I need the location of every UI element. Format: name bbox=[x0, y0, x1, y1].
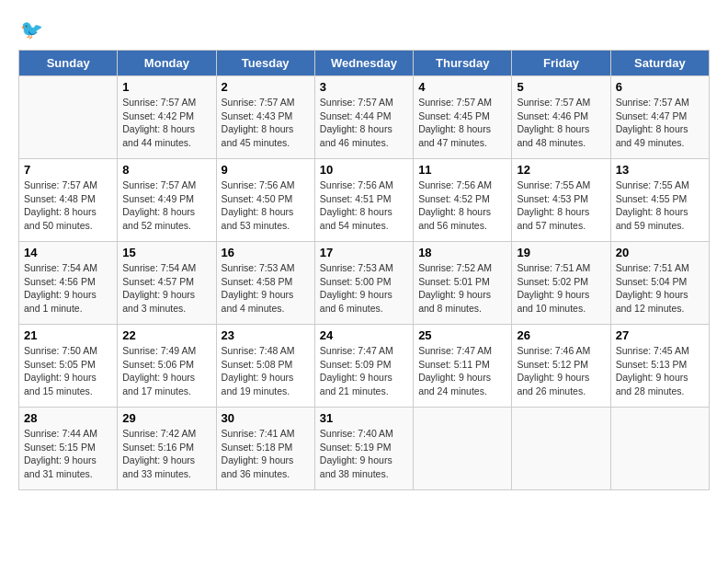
day-number: 2 bbox=[222, 80, 310, 94]
day-number: 1 bbox=[122, 80, 210, 94]
day-info: Sunrise: 7:52 AMSunset: 5:01 PMDaylight:… bbox=[418, 261, 506, 316]
day-number: 5 bbox=[517, 80, 605, 94]
day-number: 22 bbox=[122, 328, 210, 342]
calendar-table: SundayMondayTuesdayWednesdayThursdayFrid… bbox=[18, 50, 710, 490]
day-number: 31 bbox=[320, 411, 408, 425]
day-number: 12 bbox=[517, 163, 605, 177]
day-info: Sunrise: 7:57 AMSunset: 4:42 PMDaylight:… bbox=[122, 96, 210, 150]
calendar-cell: 22Sunrise: 7:49 AMSunset: 5:06 PMDayligh… bbox=[118, 325, 216, 408]
calendar-cell: 11Sunrise: 7:56 AMSunset: 4:52 PMDayligh… bbox=[414, 159, 512, 242]
day-number: 13 bbox=[616, 163, 704, 177]
calendar-week-row: 28Sunrise: 7:44 AMSunset: 5:15 PMDayligh… bbox=[19, 408, 710, 490]
day-number: 11 bbox=[418, 163, 506, 177]
day-info: Sunrise: 7:55 AMSunset: 4:53 PMDaylight:… bbox=[517, 178, 605, 233]
weekday-header-thursday: Thursday bbox=[414, 51, 512, 76]
day-number: 27 bbox=[616, 328, 704, 342]
day-info: Sunrise: 7:55 AMSunset: 4:55 PMDaylight:… bbox=[616, 178, 704, 233]
day-number: 23 bbox=[222, 328, 310, 342]
calendar-cell: 28Sunrise: 7:44 AMSunset: 5:15 PMDayligh… bbox=[19, 408, 118, 490]
calendar-cell: 12Sunrise: 7:55 AMSunset: 4:53 PMDayligh… bbox=[512, 159, 610, 242]
day-info: Sunrise: 7:57 AMSunset: 4:46 PMDaylight:… bbox=[517, 96, 605, 150]
day-number: 29 bbox=[122, 411, 210, 425]
day-info: Sunrise: 7:54 AMSunset: 4:57 PMDaylight:… bbox=[122, 261, 210, 316]
day-number: 24 bbox=[320, 328, 408, 342]
day-info: Sunrise: 7:57 AMSunset: 4:44 PMDaylight:… bbox=[320, 96, 408, 150]
day-number: 15 bbox=[122, 246, 210, 259]
day-info: Sunrise: 7:49 AMSunset: 5:06 PMDaylight:… bbox=[122, 344, 210, 398]
day-info: Sunrise: 7:51 AMSunset: 5:02 PMDaylight:… bbox=[517, 261, 605, 316]
calendar-week-row: 21Sunrise: 7:50 AMSunset: 5:05 PMDayligh… bbox=[19, 325, 710, 408]
day-number: 20 bbox=[616, 246, 704, 259]
day-number: 4 bbox=[418, 80, 506, 94]
day-number: 30 bbox=[222, 411, 310, 425]
calendar-cell: 9Sunrise: 7:56 AMSunset: 4:50 PMDaylight… bbox=[216, 159, 314, 242]
calendar-cell: 13Sunrise: 7:55 AMSunset: 4:55 PMDayligh… bbox=[610, 159, 709, 242]
day-number: 3 bbox=[320, 80, 408, 94]
calendar-cell: 6Sunrise: 7:57 AMSunset: 4:47 PMDaylight… bbox=[610, 76, 709, 159]
day-number: 7 bbox=[24, 163, 112, 177]
day-number: 26 bbox=[517, 328, 605, 342]
calendar-cell: 16Sunrise: 7:53 AMSunset: 4:58 PMDayligh… bbox=[216, 242, 314, 325]
weekday-header-row: SundayMondayTuesdayWednesdayThursdayFrid… bbox=[19, 51, 710, 76]
calendar-cell: 17Sunrise: 7:53 AMSunset: 5:00 PMDayligh… bbox=[314, 242, 413, 325]
calendar-cell: 1Sunrise: 7:57 AMSunset: 4:42 PMDaylight… bbox=[118, 76, 216, 159]
day-number: 19 bbox=[517, 246, 605, 259]
day-info: Sunrise: 7:40 AMSunset: 5:19 PMDaylight:… bbox=[320, 427, 408, 481]
calendar-cell: 23Sunrise: 7:48 AMSunset: 5:08 PMDayligh… bbox=[216, 325, 314, 408]
calendar-header: SundayMondayTuesdayWednesdayThursdayFrid… bbox=[19, 51, 710, 76]
day-info: Sunrise: 7:56 AMSunset: 4:50 PMDaylight:… bbox=[222, 178, 310, 233]
calendar-cell: 20Sunrise: 7:51 AMSunset: 5:04 PMDayligh… bbox=[610, 242, 709, 325]
calendar-cell: 19Sunrise: 7:51 AMSunset: 5:02 PMDayligh… bbox=[512, 242, 610, 325]
calendar-cell: 3Sunrise: 7:57 AMSunset: 4:44 PMDaylight… bbox=[314, 76, 413, 159]
logo: 🐦 bbox=[18, 18, 43, 40]
weekday-header-friday: Friday bbox=[512, 51, 610, 76]
day-info: Sunrise: 7:53 AMSunset: 5:00 PMDaylight:… bbox=[320, 261, 408, 316]
calendar-cell bbox=[414, 408, 512, 490]
calendar-cell: 24Sunrise: 7:47 AMSunset: 5:09 PMDayligh… bbox=[314, 325, 413, 408]
calendar-cell: 29Sunrise: 7:42 AMSunset: 5:16 PMDayligh… bbox=[118, 408, 216, 490]
day-info: Sunrise: 7:57 AMSunset: 4:49 PMDaylight:… bbox=[122, 178, 210, 233]
day-number: 9 bbox=[222, 163, 310, 177]
calendar-cell: 4Sunrise: 7:57 AMSunset: 4:45 PMDaylight… bbox=[414, 76, 512, 159]
day-number: 14 bbox=[24, 246, 112, 259]
calendar-cell: 31Sunrise: 7:40 AMSunset: 5:19 PMDayligh… bbox=[314, 408, 413, 490]
day-info: Sunrise: 7:56 AMSunset: 4:51 PMDaylight:… bbox=[320, 178, 408, 233]
day-info: Sunrise: 7:57 AMSunset: 4:43 PMDaylight:… bbox=[222, 96, 310, 150]
day-info: Sunrise: 7:44 AMSunset: 5:15 PMDaylight:… bbox=[24, 427, 112, 481]
calendar-cell: 30Sunrise: 7:41 AMSunset: 5:18 PMDayligh… bbox=[216, 408, 314, 490]
weekday-header-sunday: Sunday bbox=[19, 51, 118, 76]
calendar-cell: 14Sunrise: 7:54 AMSunset: 4:56 PMDayligh… bbox=[19, 242, 118, 325]
calendar-cell: 25Sunrise: 7:47 AMSunset: 5:11 PMDayligh… bbox=[414, 325, 512, 408]
calendar-cell bbox=[610, 408, 709, 490]
calendar-body: 1Sunrise: 7:57 AMSunset: 4:42 PMDaylight… bbox=[19, 76, 710, 490]
calendar-cell: 27Sunrise: 7:45 AMSunset: 5:13 PMDayligh… bbox=[610, 325, 709, 408]
calendar-cell: 2Sunrise: 7:57 AMSunset: 4:43 PMDaylight… bbox=[216, 76, 314, 159]
weekday-header-saturday: Saturday bbox=[610, 51, 709, 76]
day-number: 17 bbox=[320, 246, 408, 259]
day-number: 16 bbox=[222, 246, 310, 259]
page-header: 🐦 bbox=[18, 18, 710, 40]
day-number: 25 bbox=[418, 328, 506, 342]
day-info: Sunrise: 7:45 AMSunset: 5:13 PMDaylight:… bbox=[616, 344, 704, 398]
day-number: 28 bbox=[24, 411, 112, 425]
day-info: Sunrise: 7:54 AMSunset: 4:56 PMDaylight:… bbox=[24, 261, 112, 316]
day-info: Sunrise: 7:48 AMSunset: 5:08 PMDaylight:… bbox=[222, 344, 310, 398]
calendar-cell: 26Sunrise: 7:46 AMSunset: 5:12 PMDayligh… bbox=[512, 325, 610, 408]
calendar-cell bbox=[512, 408, 610, 490]
calendar-cell: 8Sunrise: 7:57 AMSunset: 4:49 PMDaylight… bbox=[118, 159, 216, 242]
day-number: 10 bbox=[320, 163, 408, 177]
logo-bird-icon: 🐦 bbox=[20, 18, 43, 40]
calendar-cell: 5Sunrise: 7:57 AMSunset: 4:46 PMDaylight… bbox=[512, 76, 610, 159]
day-number: 21 bbox=[24, 328, 112, 342]
calendar-cell bbox=[19, 76, 118, 159]
day-number: 6 bbox=[616, 80, 704, 94]
day-info: Sunrise: 7:53 AMSunset: 4:58 PMDaylight:… bbox=[222, 261, 310, 316]
day-info: Sunrise: 7:57 AMSunset: 4:45 PMDaylight:… bbox=[418, 96, 506, 150]
calendar-cell: 18Sunrise: 7:52 AMSunset: 5:01 PMDayligh… bbox=[414, 242, 512, 325]
day-info: Sunrise: 7:41 AMSunset: 5:18 PMDaylight:… bbox=[222, 427, 310, 481]
calendar-week-row: 1Sunrise: 7:57 AMSunset: 4:42 PMDaylight… bbox=[19, 76, 710, 159]
calendar-cell: 21Sunrise: 7:50 AMSunset: 5:05 PMDayligh… bbox=[19, 325, 118, 408]
calendar-cell: 15Sunrise: 7:54 AMSunset: 4:57 PMDayligh… bbox=[118, 242, 216, 325]
day-info: Sunrise: 7:46 AMSunset: 5:12 PMDaylight:… bbox=[517, 344, 605, 398]
calendar-cell: 7Sunrise: 7:57 AMSunset: 4:48 PMDaylight… bbox=[19, 159, 118, 242]
